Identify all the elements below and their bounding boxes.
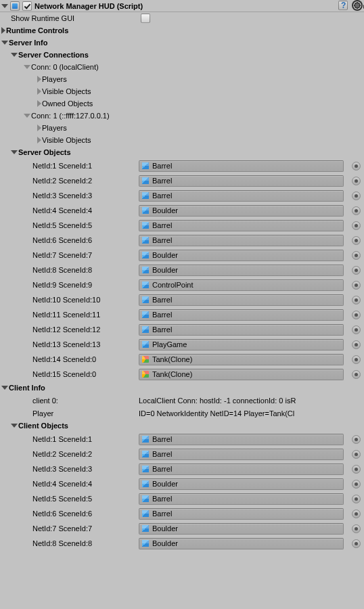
net-object-row: NetId:15 SceneId:0Tank(Clone) [0, 367, 364, 382]
object-field[interactable]: Boulder [139, 250, 344, 261]
object-name: Tank(Clone) [152, 370, 192, 378]
object-picker-icon[interactable] [352, 191, 361, 200]
net-object-row: NetId:4 SceneId:4Boulder [0, 203, 364, 218]
prefab-icon [142, 451, 149, 457]
object-field[interactable]: Boulder [139, 265, 344, 276]
object-picker-icon[interactable] [352, 296, 361, 304]
object-field[interactable]: Barrel [139, 324, 344, 336]
object-picker-icon[interactable] [352, 510, 361, 518]
object-name: Barrel [152, 296, 172, 304]
object-field[interactable]: Boulder [139, 523, 344, 535]
net-object-row: NetId:8 SceneId:8Boulder [0, 536, 364, 551]
object-field[interactable]: Barrel [139, 508, 344, 520]
object-picker-icon[interactable] [352, 435, 361, 444]
object-field[interactable]: Barrel [139, 220, 344, 231]
object-picker-icon[interactable] [352, 480, 361, 489]
object-picker-icon[interactable] [352, 465, 361, 474]
object-name: Barrel [152, 236, 172, 244]
help-icon[interactable] [338, 1, 348, 10]
chevron-down-icon [24, 114, 30, 118]
object-picker-icon[interactable] [352, 450, 361, 459]
object-field[interactable]: Barrel [139, 160, 344, 172]
gear-icon[interactable] [353, 1, 361, 9]
object-picker-icon[interactable] [352, 162, 361, 171]
collapse-component-icon[interactable] [1, 4, 8, 8]
object-picker-icon[interactable] [352, 281, 361, 290]
object-name: Barrel [152, 162, 172, 170]
object-picker-icon[interactable] [352, 251, 361, 260]
chevron-right-icon [37, 76, 41, 83]
object-field[interactable]: ControlPoint [139, 279, 344, 291]
object-picker-icon[interactable] [352, 495, 361, 503]
prefab-icon [142, 341, 149, 348]
object-name: Boulder [152, 539, 178, 547]
object-field[interactable]: Barrel [139, 309, 344, 321]
connection-foldout[interactable]: Conn: 0 (localClient) [0, 61, 364, 73]
object-name: Barrel [152, 325, 172, 334]
prefab-icon [142, 222, 149, 229]
chevron-right-icon [37, 100, 41, 107]
prefab-icon [142, 495, 149, 502]
object-field[interactable]: Barrel [139, 190, 344, 202]
object-picker-icon[interactable] [352, 325, 361, 334]
chevron-down-icon [11, 150, 18, 154]
chevron-down-icon [11, 424, 18, 428]
net-object-row: NetId:13 SceneId:13PlayGame [0, 337, 364, 352]
prefab-icon [142, 540, 149, 547]
object-picker-icon[interactable] [352, 340, 361, 349]
object-picker-icon[interactable] [352, 524, 361, 533]
prefab-icon [142, 436, 149, 443]
object-field[interactable]: Barrel [139, 235, 344, 246]
net-object-id: NetId:4 SceneId:4 [0, 206, 139, 215]
client-player-value: ID=0 NetworkIdentity NetID=14 Player=Tan… [139, 409, 364, 418]
net-object-id: NetId:2 SceneId:2 [0, 450, 139, 458]
object-field[interactable]: Barrel [139, 294, 344, 306]
prefab-icon [142, 296, 149, 303]
object-field[interactable]: Barrel [139, 449, 344, 460]
connection-foldout[interactable]: Conn: 1 (::ffff:127.0.0.1) [0, 110, 364, 122]
object-field[interactable]: PlayGame [139, 339, 344, 351]
client-objects-foldout[interactable]: Client Objects [0, 420, 364, 432]
object-field[interactable]: Tank(Clone) [139, 354, 344, 365]
object-picker-icon[interactable] [352, 539, 361, 548]
object-field[interactable]: Barrel [139, 493, 344, 505]
enable-toggle[interactable] [22, 1, 32, 11]
object-picker-icon[interactable] [352, 221, 361, 230]
connection-child-foldout[interactable]: Visible Objects [0, 85, 364, 97]
net-object-row: NetId:4 SceneId:4Boulder [0, 476, 364, 491]
server-objects-foldout[interactable]: Server Objects [0, 146, 364, 158]
connection-child-foldout[interactable]: Players [0, 122, 364, 134]
object-picker-icon[interactable] [352, 236, 361, 245]
net-object-id: NetId:11 SceneId:11 [0, 311, 139, 319]
object-field[interactable]: Tank(Clone) [139, 369, 344, 380]
object-field[interactable]: Boulder [139, 538, 344, 549]
object-name: Barrel [152, 435, 172, 443]
net-object-id: NetId:3 SceneId:3 [0, 191, 139, 200]
object-picker-icon[interactable] [352, 355, 361, 364]
server-connections-foldout[interactable]: Server Connections [0, 49, 364, 61]
object-field[interactable]: Boulder [139, 205, 344, 217]
show-runtime-gui-checkbox[interactable] [141, 14, 150, 23]
object-picker-icon[interactable] [352, 311, 361, 319]
object-picker-icon[interactable] [352, 206, 361, 215]
chevron-down-icon [11, 53, 18, 57]
connection-child-foldout[interactable]: Visible Objects [0, 134, 364, 146]
script-icon [10, 1, 20, 11]
net-object-row: NetId:2 SceneId:2Barrel [0, 447, 364, 461]
object-field[interactable]: Boulder [139, 478, 344, 490]
object-field[interactable]: Barrel [139, 464, 344, 475]
object-field[interactable]: Barrel [139, 434, 344, 445]
object-picker-icon[interactable] [352, 370, 361, 379]
connection-child-foldout[interactable]: Owned Objects [0, 97, 364, 110]
show-runtime-gui-row: Show Runtime GUI [0, 12, 364, 24]
client-info-foldout[interactable]: Client Info [0, 382, 364, 394]
object-picker-icon[interactable] [352, 177, 361, 185]
chevron-right-icon [1, 27, 5, 34]
object-field[interactable]: Barrel [139, 175, 344, 187]
object-picker-icon[interactable] [352, 266, 361, 275]
connection-child-foldout[interactable]: Players [0, 73, 364, 85]
runtime-controls-foldout[interactable]: Runtime Controls [0, 24, 364, 37]
server-info-foldout[interactable]: Server Info [0, 37, 364, 49]
connection-child-label: Players [42, 75, 67, 83]
net-object-id: NetId:8 SceneId:8 [0, 539, 139, 547]
